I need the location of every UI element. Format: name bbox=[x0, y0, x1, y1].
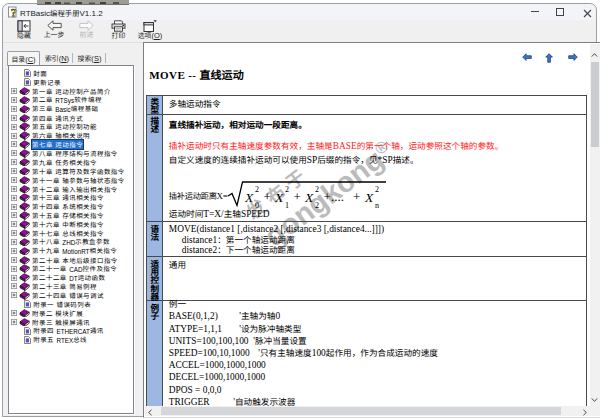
svg-text:+: + bbox=[324, 189, 331, 204]
svg-text:1: 1 bbox=[285, 201, 289, 210]
svg-text:X: X bbox=[274, 190, 284, 205]
svg-text:0: 0 bbox=[255, 201, 259, 210]
svg-text:2: 2 bbox=[375, 185, 379, 194]
svg-text:X: X bbox=[304, 190, 314, 205]
svg-text:2: 2 bbox=[285, 185, 289, 194]
svg-text:n: n bbox=[375, 201, 379, 210]
svg-text:2: 2 bbox=[255, 185, 259, 194]
svg-text:?: ? bbox=[11, 6, 17, 19]
svg-text:....: .... bbox=[331, 189, 344, 204]
svg-text:+: + bbox=[353, 189, 360, 204]
svg-text:+: + bbox=[264, 189, 271, 204]
svg-text:2: 2 bbox=[315, 185, 319, 194]
svg-text:X: X bbox=[244, 190, 254, 205]
svg-text:+: + bbox=[294, 189, 301, 204]
svg-text:2: 2 bbox=[315, 201, 319, 210]
svg-text:X: X bbox=[364, 190, 374, 205]
